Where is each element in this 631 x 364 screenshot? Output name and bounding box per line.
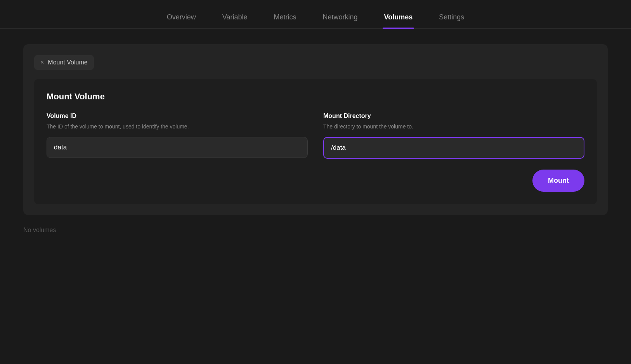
- mount-directory-label: Mount Directory: [323, 113, 584, 120]
- tab-networking[interactable]: Networking: [321, 8, 359, 28]
- mount-directory-group: Mount Directory The directory to mount t…: [323, 113, 584, 192]
- tab-settings[interactable]: Settings: [437, 8, 466, 28]
- tab-variable[interactable]: Variable: [221, 8, 249, 28]
- no-volumes-text: No volumes: [23, 227, 608, 234]
- tag-label: Mount Volume: [48, 59, 87, 66]
- mount-directory-description: The directory to mount the volume to.: [323, 123, 584, 131]
- mount-volume-card: × Mount Volume Mount Volume Volume ID Th…: [23, 44, 608, 215]
- form-title: Mount Volume: [47, 92, 584, 102]
- button-row: Mount: [323, 170, 584, 192]
- mount-button[interactable]: Mount: [532, 170, 584, 192]
- close-icon[interactable]: ×: [40, 59, 44, 66]
- tab-overview[interactable]: Overview: [165, 8, 198, 28]
- tab-volumes[interactable]: Volumes: [383, 8, 414, 28]
- main-content: × Mount Volume Mount Volume Volume ID Th…: [0, 29, 631, 362]
- mount-directory-form-group: Mount Directory The directory to mount t…: [323, 113, 584, 159]
- form-section: Mount Volume Volume ID The ID of the vol…: [34, 79, 597, 204]
- mount-directory-input[interactable]: [323, 137, 584, 159]
- volume-id-description: The ID of the volume to mount, used to i…: [47, 123, 308, 131]
- mount-volume-tag[interactable]: × Mount Volume: [34, 55, 94, 70]
- volume-id-input[interactable]: [47, 137, 308, 158]
- form-grid: Volume ID The ID of the volume to mount,…: [47, 113, 584, 192]
- tab-metrics[interactable]: Metrics: [272, 8, 298, 28]
- volume-id-label: Volume ID: [47, 113, 308, 120]
- volume-id-group: Volume ID The ID of the volume to mount,…: [47, 113, 308, 158]
- navigation-tabs: Overview Variable Metrics Networking Vol…: [0, 0, 631, 29]
